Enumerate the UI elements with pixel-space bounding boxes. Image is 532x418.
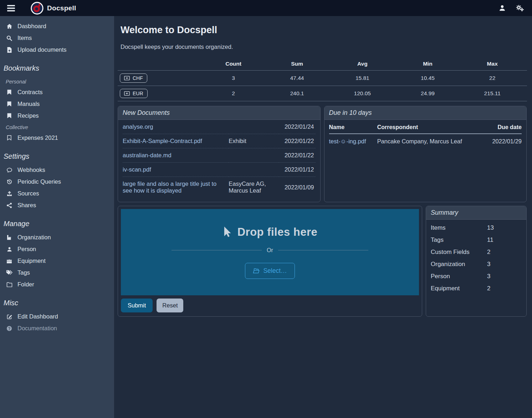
folder-open-icon <box>253 268 260 274</box>
page-title: Welcome to Docspell <box>121 25 527 36</box>
main-content: Welcome to Docspell Docspell keeps your … <box>114 16 532 418</box>
user-icon[interactable] <box>495 2 509 14</box>
list-item: Custom Fields2 <box>431 246 522 258</box>
select-files-button[interactable]: Select… <box>245 263 295 279</box>
table-row: CHF 3 47.44 15.81 10.45 22 <box>118 71 527 86</box>
bookmark-icon <box>6 101 13 107</box>
document-link[interactable]: Exhibit-A-Sample-Contract.pdf <box>123 134 229 148</box>
reset-button[interactable]: Reset <box>157 299 183 312</box>
sidebar-item-dashboard[interactable]: Dasbhoard <box>0 20 114 32</box>
stats-header-sum: Sum <box>267 57 327 71</box>
sidebar: Dasbhoard Items Upload documents Bookmar… <box>0 16 114 418</box>
sidebar-item-expenses-2021[interactable]: Expenses 2021 <box>0 132 114 144</box>
list-item: Items13 <box>431 222 522 234</box>
stats-header-max: Max <box>457 57 527 71</box>
sidebar-item-sources[interactable]: Sources <box>0 188 114 199</box>
sidebar-item-recipes[interactable]: Recipes <box>0 110 114 122</box>
money-bill-icon <box>124 91 130 96</box>
stats-header-avg: Avg <box>327 57 398 71</box>
list-item: Person3 <box>431 270 522 282</box>
summary-panel: Summary Items13 Tags11 Custom Fields2 Or… <box>426 206 527 317</box>
sidebar-item-upload-documents[interactable]: Upload documents <box>0 44 114 56</box>
search-icon <box>6 35 13 41</box>
list-item: australian-date.md 2022/01/22 <box>123 148 316 163</box>
sidebar-item-items[interactable]: Items <box>0 32 114 44</box>
sidebar-item-shares[interactable]: Shares <box>0 199 114 211</box>
home-icon <box>6 24 13 29</box>
sidebar-section-manage: Manage <box>0 211 114 231</box>
sidebar-item-documentation[interactable]: Documentation <box>0 322 114 334</box>
sidebar-section-misc: Misc <box>0 290 114 311</box>
comment-icon <box>6 167 13 173</box>
file-dropzone[interactable]: Drop files here Or Select… <box>121 209 419 295</box>
list-item: test-☺-ing.pdf Pancake Company, Marcus L… <box>329 134 522 149</box>
document-link[interactable]: iv-scan.pdf <box>123 163 229 177</box>
or-divider: Or <box>172 247 368 254</box>
help-icon <box>6 326 13 331</box>
list-item: Tags11 <box>431 234 522 246</box>
bookmark-icon <box>6 90 13 95</box>
sidebar-item-person[interactable]: Person <box>0 243 114 255</box>
sidebar-item-folder[interactable]: Folder <box>0 279 114 290</box>
document-link[interactable]: test-☺-ing.pdf <box>329 134 377 149</box>
sidebar-item-tags[interactable]: Tags <box>0 267 114 279</box>
list-item: Exhibit-A-Sample-Contract.pdf Exhibit 20… <box>123 134 316 148</box>
sidebar-section-settings: Settings <box>0 144 114 164</box>
share-icon <box>6 203 13 208</box>
briefcase-icon <box>6 258 13 264</box>
top-navbar: Docspell <box>0 0 532 16</box>
currency-badge-chf: CHF <box>120 73 147 83</box>
list-item: Equipment2 <box>431 282 522 295</box>
due-panel: Due in 10 days Name Correspondent Due da… <box>324 106 527 202</box>
due-panel-title: Due in 10 days <box>324 106 527 120</box>
sidebar-item-equipment[interactable]: Equipment <box>0 255 114 267</box>
edit-icon <box>6 314 13 320</box>
document-link[interactable]: large file and also a large title just t… <box>123 177 229 198</box>
sidebar-section-bookmarks: Bookmarks <box>0 56 114 76</box>
drop-title: Drop files here <box>222 226 318 239</box>
upload-panel: Drop files here Or Select… Submit Reset <box>118 206 422 317</box>
menu-icon[interactable] <box>5 2 17 14</box>
tags-icon <box>6 270 13 275</box>
stats-header-count: Count <box>200 57 267 71</box>
sidebar-item-periodic-queries[interactable]: Periodic Queries <box>0 176 114 188</box>
docspell-logo-icon[interactable] <box>31 2 44 15</box>
bookmark-icon <box>6 113 13 118</box>
list-item: iv-scan.pdf 2022/01/12 <box>123 163 316 177</box>
history-icon <box>6 179 13 185</box>
document-link[interactable]: australian-date.md <box>123 148 229 163</box>
mouse-pointer-icon <box>222 226 232 238</box>
table-row: EUR 2 240.1 120.05 24.99 215.11 <box>118 86 527 101</box>
industry-icon <box>6 235 13 240</box>
sidebar-item-manuals[interactable]: Manuals <box>0 98 114 110</box>
currency-badge-eur: EUR <box>120 89 148 98</box>
money-bill-icon <box>124 76 130 80</box>
list-item: large file and also a large title just t… <box>123 177 316 198</box>
summary-title: Summary <box>426 206 526 220</box>
sidebar-item-edit-dashboard[interactable]: Edit Dashboard <box>0 311 114 322</box>
bookmarks-group-personal: Personal <box>0 76 114 86</box>
stats-header-min: Min <box>398 57 458 71</box>
app-title: Docspell <box>47 4 76 12</box>
sidebar-item-webhooks[interactable]: Webhooks <box>0 164 114 176</box>
page-subtitle: Docspell keeps your documents organized. <box>121 44 527 50</box>
currency-stats-table: Count Sum Avg Min Max CHF 3 47.44 15.81 … <box>118 57 527 101</box>
list-item: analyse.org 2022/01/24 <box>123 120 316 134</box>
folder-icon <box>6 282 13 287</box>
new-documents-panel: New Documents analyse.org 2022/01/24 Exh… <box>118 106 321 202</box>
bookmarks-group-collective: Collective <box>0 122 114 132</box>
document-link[interactable]: analyse.org <box>123 120 229 134</box>
person-icon <box>6 246 13 252</box>
list-item: Organization3 <box>431 258 522 270</box>
gears-icon[interactable] <box>513 2 527 14</box>
bookmark-outline-icon <box>6 135 13 141</box>
upload-icon <box>6 191 13 197</box>
submit-button[interactable]: Submit <box>121 299 153 312</box>
sidebar-item-contracts[interactable]: Contracts <box>0 86 114 98</box>
file-upload-icon <box>6 47 13 53</box>
sidebar-item-organization[interactable]: Organization <box>0 231 114 243</box>
new-documents-title: New Documents <box>118 106 320 120</box>
